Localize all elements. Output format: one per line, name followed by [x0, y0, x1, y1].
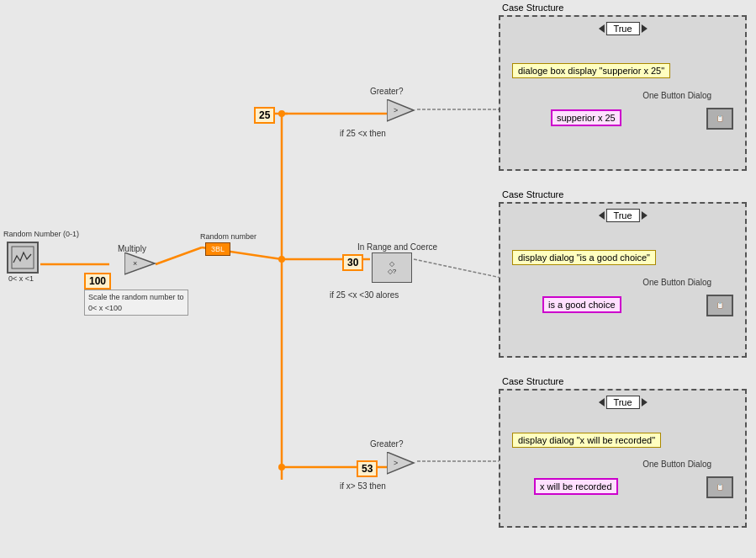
comparator-2-label: Greater?: [370, 439, 403, 449]
case2-dialog-icon: 📋: [706, 295, 733, 316]
case-structure-3-title: Case Structure: [502, 376, 563, 386]
case1-dialog-icon: 📋: [706, 108, 733, 130]
case1-dialog-label: dialoge box display "supperior x 25": [512, 63, 670, 78]
svg-text:>: >: [394, 459, 398, 467]
case-selector-1-value[interactable]: True: [605, 22, 639, 35]
scale-annotation: Scale the random number to0< x <100: [84, 290, 188, 316]
case3-dialog-icon: 📋: [706, 476, 733, 498]
case-structure-2-title: Case Structure: [502, 189, 563, 199]
case-selector-1[interactable]: True: [598, 22, 647, 35]
case-structure-2: Case Structure True display dialog "is a…: [499, 202, 747, 358]
svg-line-12: [156, 247, 202, 264]
comparator-2-icon: >: [387, 452, 417, 476]
case-selector-1-left-arrow[interactable]: [598, 24, 604, 33]
comparator-1-label: Greater?: [370, 87, 403, 96]
case-selector-2[interactable]: True: [598, 209, 647, 222]
case3-string-const: x will be recorded: [534, 478, 618, 495]
multiply-icon: ×: [124, 252, 158, 276]
svg-text:>: >: [394, 106, 398, 114]
svg-rect-27: [12, 247, 34, 268]
random-number-node-block: 3BL: [205, 242, 230, 256]
case3-one-button-label: One Button Dialog: [642, 460, 711, 469]
svg-marker-25: [387, 452, 414, 474]
case-structure-1-title: Case Structure: [502, 3, 563, 13]
case2-one-button-label: One Button Dialog: [642, 278, 711, 287]
svg-point-15: [278, 256, 285, 263]
svg-line-7: [414, 259, 501, 278]
random-number-node: Random number: [200, 232, 256, 241]
case-structure-1: Case Structure True dialoge box display …: [499, 15, 747, 171]
condition-1-label: if 25 <x then: [340, 129, 386, 138]
case-selector-3[interactable]: True: [598, 396, 647, 409]
case1-string-const: supperior x 25: [551, 109, 621, 126]
rng-sub-label: 0< x <1: [8, 274, 34, 283]
value-53: 53: [357, 460, 378, 477]
svg-point-16: [278, 464, 285, 470]
svg-marker-23: [387, 99, 414, 121]
case-selector-3-right-arrow[interactable]: [642, 398, 648, 407]
case-selector-2-right-arrow[interactable]: [642, 211, 648, 220]
case2-string-const: is a good choice: [542, 296, 621, 313]
condition-2-label: if 25 <x <30 alores: [330, 290, 399, 300]
case-selector-2-value[interactable]: True: [605, 209, 639, 222]
case-structure-3: Case Structure True display dialog "x wi…: [499, 389, 747, 528]
value-100: 100: [84, 273, 111, 290]
svg-point-14: [278, 110, 285, 117]
rng-label: Random Number (0-1): [3, 230, 79, 238]
case2-dialog-label: display dialog "is a good choice": [512, 250, 656, 265]
condition-3-label: if x> 53 then: [340, 481, 386, 491]
case-selector-2-left-arrow[interactable]: [598, 211, 604, 220]
in-range-block: ◇ ◇?: [372, 252, 412, 283]
case-selector-1-right-arrow[interactable]: [642, 24, 648, 33]
case-selector-3-left-arrow[interactable]: [598, 398, 604, 407]
in-range-label: In Range and Coerce: [357, 242, 437, 252]
svg-marker-28: [124, 252, 155, 274]
rng-block: [7, 242, 39, 274]
svg-text:×: ×: [133, 259, 137, 268]
comparator-1-icon: >: [387, 99, 417, 123]
case3-dialog-label: display dialog "x will be recorded": [512, 433, 661, 448]
value-25: 25: [254, 107, 275, 124]
case1-one-button-label: One Button Dialog: [642, 91, 711, 100]
value-30: 30: [342, 254, 363, 271]
case-selector-3-value[interactable]: True: [605, 396, 639, 409]
